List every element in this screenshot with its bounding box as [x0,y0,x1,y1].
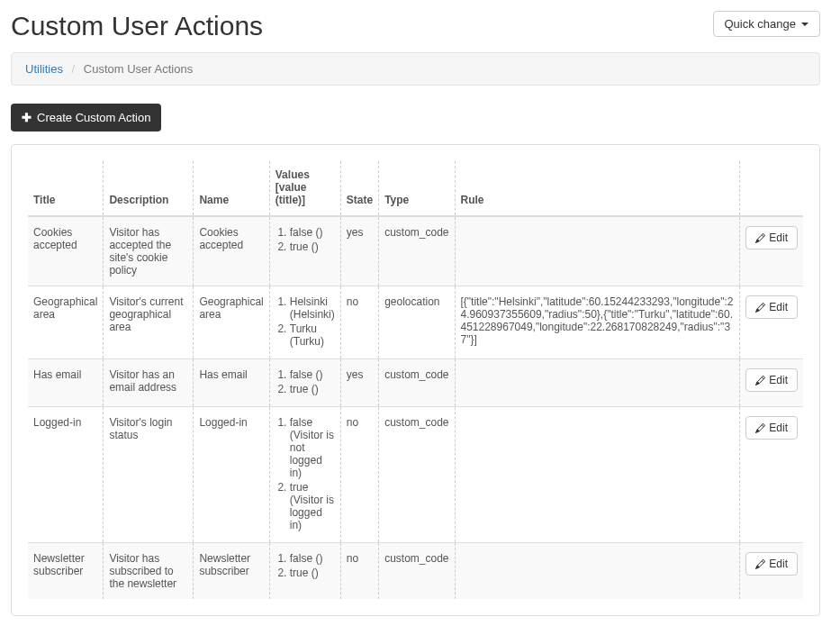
cell-type: custom_code [379,543,455,600]
quick-change-label: Quick change [725,17,797,31]
list-item: true () [290,383,335,395]
breadcrumb: Utilities / Custom User Actions [11,52,820,86]
pencil-icon [755,233,765,243]
cell-state: no [340,286,378,359]
cell-type: custom_code [379,407,455,543]
page-title: Custom User Actions [11,11,263,41]
list-item: true (Visitor is logged in) [290,481,335,531]
breadcrumb-separator: / [72,62,76,76]
cell-values: Helsinki (Helsinki)Turku (Turku) [269,286,340,359]
list-item: false () [290,368,335,381]
edit-button[interactable]: Edit [745,295,798,319]
cell-title: Has email [28,359,104,407]
table-row: Newsletter subscriberVisitor has subscri… [28,543,803,600]
edit-label: Edit [769,301,788,313]
cell-description: Visitor has an email address [104,359,194,407]
edit-button[interactable]: Edit [745,416,798,440]
edit-label: Edit [769,422,788,434]
cell-title: Logged-in [28,407,104,543]
cell-type: custom_code [379,216,455,286]
cell-rule [455,407,740,543]
edit-label: Edit [769,558,788,570]
col-header-name: Name [194,161,269,216]
col-header-type: Type [379,161,455,216]
cell-actions: Edit [740,543,803,600]
cell-values: false (Visitor is not logged in)true (Vi… [269,407,340,543]
list-item: Helsinki (Helsinki) [290,295,335,321]
cell-name: Logged-in [194,407,269,543]
actions-table: Title Description Name Values [value (ti… [28,161,803,599]
cell-type: custom_code [379,359,455,407]
cell-description: Visitor's login status [104,407,194,543]
cell-rule: [{"title":"Helsinki","latitude":60.15244… [455,286,740,359]
edit-button[interactable]: Edit [745,368,798,392]
list-item: false () [290,552,335,565]
table-row: Geographical areaVisitor's current geogr… [28,286,803,359]
cell-description: Visitor's current geographical area [104,286,194,359]
pencil-icon [755,376,765,385]
edit-label: Edit [769,374,788,386]
create-button-label: Create Custom Action [37,111,150,124]
cell-state: no [340,407,378,543]
cell-state: no [340,543,378,600]
pencil-icon [755,423,765,433]
cell-type: geolocation [379,286,455,359]
edit-label: Edit [769,231,788,244]
table-row: Logged-inVisitor's login statusLogged-in… [28,407,803,543]
list-item: true () [290,567,335,579]
col-header-actions [740,161,803,216]
pencil-icon [755,303,765,313]
cell-values: false ()true () [269,359,340,407]
chevron-down-icon [801,23,808,26]
col-header-description: Description [104,161,194,216]
col-header-title: Title [28,161,104,216]
pencil-icon [755,559,765,569]
cell-state: yes [340,216,378,286]
cell-actions: Edit [740,286,803,359]
cell-name: Cookies accepted [194,216,269,286]
actions-panel: Title Description Name Values [value (ti… [11,144,820,616]
cell-title: Newsletter subscriber [28,543,104,600]
breadcrumb-root-link[interactable]: Utilities [25,62,63,76]
list-item: true () [290,240,335,253]
cell-description: Visitor has accepted the site's cookie p… [104,216,194,286]
cell-values: false ()true () [269,543,340,600]
cell-name: Geographical area [194,286,269,359]
create-custom-action-button[interactable]: ✚ Create Custom Action [11,104,161,132]
cell-name: Has email [194,359,269,407]
list-item: Turku (Turku) [290,322,335,348]
breadcrumb-current: Custom User Actions [84,62,193,76]
edit-button[interactable]: Edit [745,226,798,249]
cell-name: Newsletter subscriber [194,543,269,600]
cell-rule [455,359,740,407]
cell-actions: Edit [740,359,803,407]
cell-title: Cookies accepted [28,216,104,286]
cell-description: Visitor has subscribed to the newsletter [104,543,194,600]
cell-actions: Edit [740,407,803,543]
quick-change-button[interactable]: Quick change [713,11,821,37]
table-row: Cookies acceptedVisitor has accepted the… [28,216,803,286]
cell-rule [455,216,740,286]
list-item: false () [290,226,335,239]
col-header-values: Values [value (title)] [269,161,340,216]
edit-button[interactable]: Edit [745,552,798,576]
col-header-rule: Rule [455,161,740,216]
cell-values: false ()true () [269,216,340,286]
cell-state: yes [340,359,378,407]
col-header-state: State [340,161,378,216]
plus-icon: ✚ [22,112,32,123]
list-item: false (Visitor is not logged in) [290,416,335,479]
cell-actions: Edit [740,216,803,286]
table-row: Has emailVisitor has an email addressHas… [28,359,803,407]
cell-title: Geographical area [28,286,104,359]
cell-rule [455,543,740,600]
